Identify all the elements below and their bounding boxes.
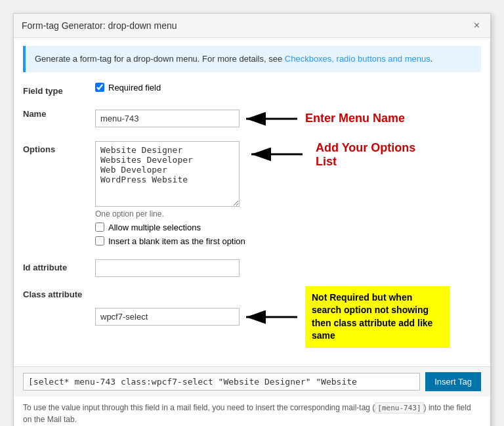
id-attribute-input[interactable] <box>95 259 240 277</box>
insert-blank-checkbox[interactable] <box>95 236 104 245</box>
class-attribute-control: Not Required but when search option not … <box>95 286 481 348</box>
name-arrow-icon <box>240 106 299 132</box>
dialog-body: Field type Required field Name <box>14 80 490 366</box>
info-box: Generate a form-tag for a drop-down menu… <box>23 46 481 72</box>
bottom-bar: Insert Tag <box>14 366 490 396</box>
yellow-annotation-box: Not Required but when search option not … <box>305 286 450 348</box>
allow-multiple-checkbox[interactable] <box>95 223 104 232</box>
allow-multiple-row: Allow multiple selections <box>95 223 481 232</box>
footer-note-code: [menu-743] <box>375 402 423 414</box>
options-textarea[interactable]: Website Designer Websites Developer Web … <box>95 141 240 207</box>
dialog-title: Form-tag Generator: drop-down menu <box>22 20 177 31</box>
footer-note-before: To use the value input through this fiel… <box>23 403 375 412</box>
class-attribute-input[interactable] <box>95 308 240 326</box>
options-row: Options Website Designer Websites Develo… <box>23 141 481 250</box>
add-options-annotation: Add Your Options List <box>316 141 415 169</box>
id-attribute-label: Id attribute <box>23 259 95 272</box>
insert-tag-button[interactable]: Insert Tag <box>425 372 481 391</box>
one-option-hint: One option per line. <box>95 209 481 219</box>
insert-blank-row: Insert a blank item as the first option <box>95 236 481 246</box>
checkboxes-group: Allow multiple selections Insert a blank… <box>95 223 481 246</box>
field-type-row: Field type Required field <box>23 83 481 96</box>
enter-menu-name-annotation: Enter Menu Name <box>305 112 405 126</box>
name-input-wrap: Enter Menu Name <box>95 106 481 132</box>
info-link[interactable]: Checkboxes, radio buttons and menus <box>285 54 430 64</box>
field-type-label: Field type <box>23 83 95 96</box>
options-area-wrap: Website Designer Websites Developer Web … <box>95 141 481 207</box>
allow-multiple-label: Allow multiple selections <box>108 223 201 232</box>
class-attribute-row: Class attribute Not Required but when se… <box>23 286 481 348</box>
info-text-before: Generate a form-tag for a drop-down menu… <box>35 54 285 64</box>
required-field-checkbox-row: Required field <box>95 83 481 93</box>
required-field-checkbox[interactable] <box>95 83 104 92</box>
footer-note: To use the value input through this fiel… <box>14 396 490 426</box>
dialog-window: Form-tag Generator: drop-down menu × Gen… <box>13 13 491 426</box>
field-type-control: Required field <box>95 83 481 96</box>
dialog-titlebar: Form-tag Generator: drop-down menu × <box>14 14 490 38</box>
generated-tag-input[interactable] <box>23 373 420 391</box>
options-arrow-icon <box>245 141 304 167</box>
class-arrow-icon <box>240 304 299 330</box>
class-input-wrap: Not Required but when search option not … <box>95 286 481 348</box>
id-attribute-row: Id attribute <box>23 259 481 277</box>
required-field-label: Required field <box>108 83 161 93</box>
id-attribute-control <box>95 259 481 277</box>
options-control: Website Designer Websites Developer Web … <box>95 141 481 250</box>
name-control: Enter Menu Name <box>95 106 481 132</box>
name-input[interactable] <box>95 110 240 127</box>
insert-blank-label: Insert a blank item as the first option <box>108 236 245 246</box>
options-label: Options <box>23 141 95 154</box>
name-row: Name Enter Menu Name <box>23 106 481 132</box>
name-label: Name <box>23 106 95 119</box>
close-button[interactable]: × <box>471 19 482 32</box>
info-text-after: . <box>430 54 433 64</box>
class-attribute-label: Class attribute <box>23 286 95 299</box>
